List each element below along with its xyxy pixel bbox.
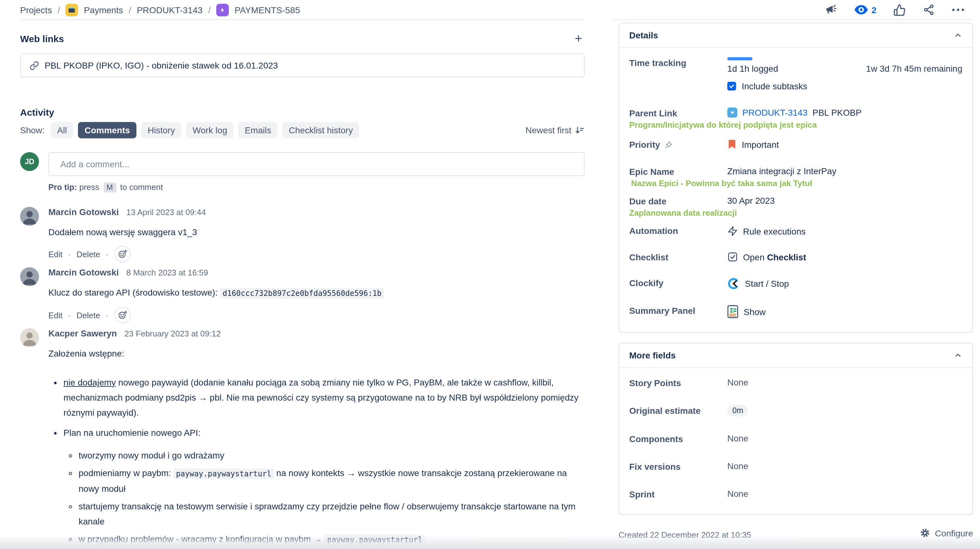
watchers-count: 2	[872, 5, 877, 15]
link-icon	[30, 61, 39, 70]
summary-panel-icon: Σ FREE	[727, 305, 739, 318]
edit-comment-link[interactable]: Edit	[48, 249, 62, 259]
summary-show-link[interactable]: Show	[744, 306, 766, 317]
filter-comments[interactable]: Comments	[78, 122, 137, 138]
api-key-code: d160ccc732b897c2e0bfda95560de596:1b	[220, 288, 384, 298]
more-fields-header[interactable]: More fields	[619, 343, 972, 368]
svg-text:Σ: Σ	[730, 307, 733, 314]
components-value[interactable]: None	[727, 433, 963, 444]
breadcrumb-project[interactable]: Payments	[84, 5, 123, 15]
watch-button[interactable]: 2	[854, 5, 877, 15]
time-tracking-progress-bar[interactable]	[727, 57, 752, 61]
parent-link-helper: Program/Inicjatywa do której podpięta je…	[629, 120, 963, 130]
breadcrumb-separator: /	[129, 5, 131, 15]
clockify-icon	[727, 277, 740, 290]
web-link[interactable]: PBL PKOBP (IPKO, IGO) - obniżenie stawek…	[45, 61, 278, 70]
open-checklist-link[interactable]: Open Checklist	[743, 252, 806, 262]
project-wallet-icon	[66, 3, 78, 16]
epic-name-value[interactable]: Zmiana integracji z InterPay	[727, 166, 963, 176]
story-points-value[interactable]: None	[727, 377, 963, 387]
filter-history[interactable]: History	[142, 122, 181, 138]
issue-view-page: Projects / Payments / PRODUKT-3143 / PAY…	[0, 0, 980, 549]
comment-author[interactable]: Marcin Gotowski	[48, 207, 119, 217]
comment-input[interactable]: Add a comment...	[48, 152, 585, 176]
chevron-up-icon	[954, 351, 963, 360]
share-button[interactable]	[923, 4, 935, 16]
thumbs-up-icon	[894, 3, 906, 16]
include-subtasks-checkbox[interactable]	[727, 82, 736, 91]
field-parent-link: Parent Link ♥ PRODUKT-3143 PBL PKOBP Pro…	[629, 107, 963, 130]
comment-author[interactable]: Marcin Gotowski	[48, 267, 119, 277]
more-actions-button[interactable]: •••	[952, 5, 966, 14]
add-web-link-button[interactable]: +	[572, 33, 585, 44]
checklist-checkbox-icon	[727, 252, 738, 262]
breadcrumb-current-issue[interactable]: PAYMENTS-585	[234, 5, 300, 15]
delete-comment-link[interactable]: Delete	[77, 310, 100, 320]
filter-emails[interactable]: Emails	[239, 122, 278, 138]
comment-date[interactable]: 8 March 2023 at 16:59	[126, 268, 208, 278]
details-header[interactable]: Details	[619, 23, 972, 48]
parent-issue-summary[interactable]: PBL PKOBP	[813, 107, 862, 118]
comment-item: Marcin Gotowski 8 March 2023 at 16:59 Kl…	[20, 267, 585, 323]
parent-link-heart-icon: ♥	[727, 107, 737, 118]
current-user-avatar: JD	[20, 152, 39, 171]
bottom-fade	[0, 535, 980, 549]
fix-versions-value[interactable]: None	[727, 461, 963, 471]
sprint-value[interactable]: None	[727, 488, 963, 499]
comment-date[interactable]: 23 February 2023 at 09:12	[124, 329, 221, 339]
field-checklist: Checklist Open Checklist	[629, 252, 963, 262]
keyboard-key-m: M	[103, 182, 116, 192]
comment-author[interactable]: Kacper Saweryn	[48, 328, 117, 338]
activity-filter-bar: Show: All Comments History Work log Emai…	[20, 122, 585, 138]
bullet-item: nie dodajemy nowego paywayid (dodanie ka…	[64, 375, 585, 420]
breadcrumb: Projects / Payments / PRODUKT-3143 / PAY…	[20, 3, 300, 16]
parent-issue-link[interactable]: PRODUKT-3143	[742, 107, 807, 118]
time-remaining: 1w 3d 7h 45m remaining	[866, 64, 963, 73]
time-logged[interactable]: 1d 1h logged	[727, 64, 778, 73]
right-header-divider	[612, 19, 973, 20]
comment-body: Założenia wstępne: nie dodajemy nowego p…	[48, 348, 585, 547]
sort-order-button[interactable]: Newest first	[525, 125, 585, 135]
comment-date[interactable]: 13 April 2023 at 09:44	[126, 207, 206, 218]
field-clockify: Clockify Star	[629, 277, 963, 290]
add-reaction-button[interactable]	[114, 307, 130, 323]
filter-work-log[interactable]: Work log	[186, 122, 234, 138]
ellipsis-icon: •••	[952, 5, 966, 14]
rule-executions-link[interactable]: Rule executions	[743, 226, 805, 236]
sub-bullet-item: startujemy transakcję na testowym serwis…	[79, 499, 585, 529]
clockify-start-stop-link[interactable]: Start / Stop	[745, 279, 789, 289]
due-date-value[interactable]: 30 Apr 2023	[727, 196, 963, 206]
delete-comment-link[interactable]: Delete	[77, 249, 100, 259]
field-story-points: Story Points None	[629, 377, 963, 388]
web-link-card[interactable]: PBL PKOBP (IPKO, IGO) - obniżenie stawek…	[20, 53, 585, 77]
due-date-helper: Zaplanowana data realizacji	[629, 208, 963, 218]
avatar	[20, 207, 39, 226]
filter-checklist-history[interactable]: Checklist history	[283, 122, 359, 138]
issue-side-panel: Details Time tracking 1d 1h logged	[619, 19, 973, 549]
breadcrumb-projects[interactable]: Projects	[20, 5, 52, 15]
like-button[interactable]	[894, 3, 906, 16]
top-bar: Projects / Payments / PRODUKT-3143 / PAY…	[0, 0, 980, 19]
filter-all[interactable]: All	[51, 122, 73, 138]
breadcrumb-parent-issue[interactable]: PRODUKT-3143	[137, 5, 202, 15]
share-icon	[923, 4, 935, 16]
field-time-tracking: Time tracking 1d 1h logged 1w 3d 7h 45m …	[629, 57, 963, 91]
add-reaction-button[interactable]	[114, 246, 130, 262]
comment-body: Klucz do starego API (środowisko testowe…	[48, 287, 585, 299]
feedback-megaphone-button[interactable]	[824, 3, 837, 16]
more-fields-card: More fields Story Points None Ori	[619, 343, 973, 515]
field-summary-panel: Summary Panel Σ FREE	[629, 305, 963, 318]
epic-name-helper: Nazwa Epici - Powinna być taka sama jak …	[629, 179, 963, 189]
avatar	[20, 328, 39, 347]
details-card: Details Time tracking 1d 1h logged	[619, 22, 973, 333]
comment-intro: Założenia wstępne:	[48, 348, 585, 360]
main-content: Web links + PBL PKOBP (IPKO, IGO) - obni…	[20, 19, 585, 549]
field-epic-name: Epic Name Zmiana integracji z InterPay N…	[629, 166, 963, 189]
priority-value[interactable]: Important	[742, 139, 779, 149]
original-estimate-value[interactable]: 0m	[727, 405, 748, 416]
edit-comment-link[interactable]: Edit	[48, 310, 62, 320]
priority-important-icon	[727, 139, 737, 150]
pin-icon[interactable]	[664, 140, 673, 149]
bullet-item: Plan na uruchomienie nowego API: tworzym…	[64, 425, 585, 547]
config-key-code: payway.paywaystarturl	[173, 468, 274, 479]
